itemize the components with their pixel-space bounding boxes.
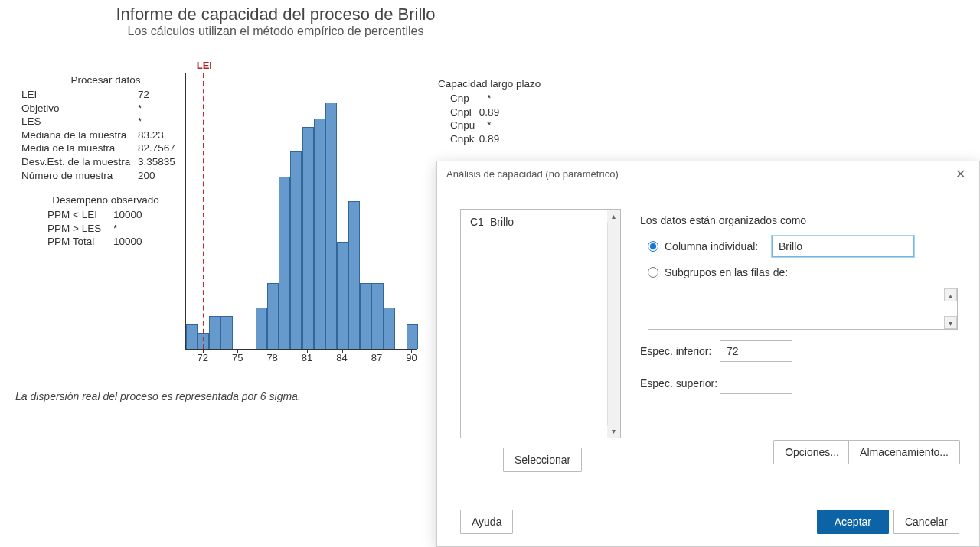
stat-label: LES <box>21 115 138 129</box>
dialog-titlebar: Análisis de capacidad (no paramétrico) ✕ <box>437 161 979 187</box>
stat-label: Mediana de la muestra <box>21 129 138 142</box>
dialog-title: Análisis de capacidad (no paramétrico) <box>446 161 619 187</box>
organized-as-label: Los datos están organizados como <box>640 214 965 226</box>
select-button[interactable]: Seleccionar <box>503 448 582 472</box>
histogram-bar <box>279 177 290 349</box>
cancel-button[interactable]: Cancelar <box>893 510 959 534</box>
accept-button[interactable]: Aceptar <box>817 510 889 534</box>
stat-label: PPM Total <box>47 235 113 249</box>
histogram-bar <box>371 283 383 349</box>
stat-value: * <box>470 92 508 106</box>
spec-upper-label: Espec. superior: <box>640 377 720 389</box>
stat-label: PPM > LES <box>47 222 113 236</box>
stat-value: 200 <box>138 169 184 183</box>
stat-label: Cnpk <box>438 132 470 146</box>
spec-lower-input[interactable] <box>720 340 792 362</box>
x-tick-label: 72 <box>197 352 207 363</box>
scrollbar[interactable]: ▴ ▾ <box>607 210 620 438</box>
observed-perf-header: Desempeño observado <box>21 193 190 208</box>
lei-label: LEI <box>197 60 212 71</box>
stat-value: * <box>470 119 508 132</box>
histogram-bar <box>384 308 395 349</box>
long-term-header: Capacidad largo plazo <box>438 77 541 92</box>
stat-value: 10000 <box>113 235 159 249</box>
stat-value: * <box>138 115 184 129</box>
individual-column-label: Columna individual: <box>665 240 772 252</box>
x-tick-label: 84 <box>336 352 347 363</box>
stat-value: 83.23 <box>138 129 184 142</box>
histogram-bar <box>220 316 232 349</box>
histogram-bar <box>302 127 314 349</box>
histogram-bar <box>348 201 360 349</box>
subgroups-input[interactable]: ▴ ▾ <box>648 288 958 330</box>
stat-value: 0.89 <box>470 132 508 146</box>
histogram-bar <box>186 324 198 349</box>
histogram-bar <box>290 151 302 349</box>
subgroups-label: Subgrupos en las filas de: <box>665 266 788 278</box>
stat-label: Desv.Est. de la muestra <box>21 155 138 169</box>
stat-value: 10000 <box>113 208 159 222</box>
storage-button[interactable]: Almacenamiento... <box>848 440 960 464</box>
stat-label: LEI <box>21 88 138 102</box>
capability-report: Informe de capacidad del proceso de Bril… <box>8 0 697 38</box>
stat-label: Cnpu <box>438 119 470 132</box>
close-icon[interactable]: ✕ <box>951 161 970 187</box>
help-button[interactable]: Ayuda <box>460 510 513 534</box>
x-tick-label: 87 <box>371 352 382 363</box>
column-item[interactable]: C1Brillo <box>461 210 620 234</box>
column-list[interactable]: C1Brillo ▴ ▾ <box>460 209 621 438</box>
stat-value: 72 <box>138 88 184 102</box>
spec-lower-label: Espec. inferior: <box>640 345 720 357</box>
individual-column-radio[interactable] <box>648 241 658 252</box>
histogram-bar <box>407 324 418 349</box>
stat-label: Objetivo <box>21 102 138 116</box>
report-footnote: La dispersión real del proceso es repres… <box>15 390 301 402</box>
histogram-chart <box>185 73 417 350</box>
scroll-up-icon[interactable]: ▴ <box>944 288 957 301</box>
scroll-down-icon[interactable]: ▾ <box>944 316 957 329</box>
stat-label: PPM < LEI <box>47 208 113 222</box>
process-data-header: Procesar datos <box>21 73 190 88</box>
histogram-bar <box>360 283 371 349</box>
stat-label: Cnpl <box>438 106 470 119</box>
stat-value: * <box>113 222 159 236</box>
histogram-bar <box>209 316 220 349</box>
stat-value: 3.35835 <box>138 155 184 169</box>
data-organization-form: Los datos están organizados como Columna… <box>640 214 965 394</box>
stat-value: 82.7567 <box>138 142 184 155</box>
x-tick-label: 78 <box>266 352 277 363</box>
capability-analysis-dialog: Análisis de capacidad (no paramétrico) ✕… <box>436 161 980 547</box>
stat-value: * <box>138 102 184 116</box>
stat-label: Cnp <box>438 92 470 106</box>
x-tick-label: 81 <box>302 352 312 363</box>
spec-upper-input[interactable] <box>720 373 792 394</box>
scroll-down-icon[interactable]: ▾ <box>607 425 620 438</box>
scroll-up-icon[interactable]: ▴ <box>607 210 620 223</box>
histogram-bar <box>314 119 325 349</box>
x-tick-label: 90 <box>406 352 416 363</box>
long-term-capability-block: Capacidad largo plazo Cnp*Cnpl0.89Cnpu*C… <box>438 77 541 145</box>
stat-label: Media de la muestra <box>21 142 138 155</box>
histogram-bar <box>267 283 279 349</box>
x-tick-label: 75 <box>232 352 243 363</box>
subgroups-radio[interactable] <box>648 267 658 278</box>
histogram-bar <box>256 308 267 349</box>
process-data-block: Procesar datos LEI72Objetivo*LES*Mediana… <box>21 73 190 249</box>
histogram-bar <box>325 103 337 349</box>
options-button[interactable]: Opciones... <box>773 440 851 464</box>
lei-reference-line <box>203 73 204 349</box>
stat-label: Número de muestra <box>21 169 138 183</box>
stat-value: 0.89 <box>470 106 508 119</box>
individual-column-input[interactable] <box>772 236 914 257</box>
histogram-bar <box>337 242 348 349</box>
report-title: Informe de capacidad del proceso de Bril… <box>8 5 544 24</box>
x-axis-ticks: 72757881848790 <box>185 352 417 367</box>
report-subtitle: Los cálculos utilizan el método empírico… <box>8 24 544 38</box>
